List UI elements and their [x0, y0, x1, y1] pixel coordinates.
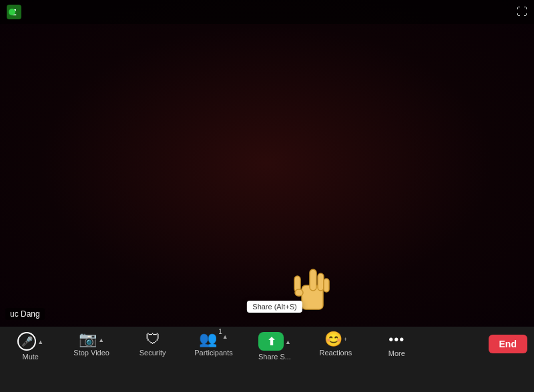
- share-screen-group: Share (Alt+S) ⬆ ▲ Share S...: [244, 332, 305, 361]
- participant-name-badge: uc Dang: [5, 308, 45, 320]
- mute-label: Mute: [22, 353, 38, 361]
- video-area: Z ⛶ uc Dang: [0, 0, 534, 327]
- reactions-icon: 😊: [324, 332, 342, 347]
- reactions-group: 😊 + Reactions: [305, 332, 366, 357]
- participants-group: 👥 1 ▲ Participants: [183, 332, 244, 357]
- stop-video-group: 📷 ▲ Stop Video: [61, 332, 121, 357]
- security-label: Security: [140, 349, 166, 357]
- more-button-row[interactable]: •••: [388, 332, 405, 347]
- participants-button-row[interactable]: 👥 1 ▲: [199, 332, 228, 347]
- svg-rect-4: [318, 273, 324, 291]
- share-screen-button-row[interactable]: ⬆ ▲: [258, 332, 291, 351]
- stop-video-chevron[interactable]: ▲: [98, 337, 104, 343]
- security-group: 🛡 Security: [122, 332, 183, 357]
- end-button[interactable]: End: [489, 335, 527, 353]
- share-tooltip: Share (Alt+S): [247, 301, 302, 313]
- reactions-button-row[interactable]: 😊 +: [324, 332, 347, 347]
- zoom-status-dot: [9, 9, 15, 15]
- top-bar: Z ⛶: [0, 0, 534, 24]
- reactions-label: Reactions: [319, 349, 352, 357]
- participants-icon: 👥: [199, 332, 217, 347]
- svg-rect-2: [302, 285, 323, 309]
- more-icon: •••: [388, 332, 405, 347]
- share-screen-label: Share S...: [258, 353, 291, 361]
- more-group: ••• More: [366, 332, 427, 357]
- stop-video-button-row[interactable]: 📷 ▲: [79, 332, 104, 347]
- share-screen-chevron[interactable]: ▲: [285, 339, 291, 345]
- more-label: More: [388, 349, 405, 357]
- mute-button-row[interactable]: 🎤 ▲: [17, 332, 43, 351]
- participants-chevron[interactable]: ▲: [222, 333, 228, 340]
- security-icon: 🛡: [146, 332, 160, 347]
- zoom-logo: Z: [7, 5, 21, 19]
- participants-label: Participants: [194, 349, 232, 357]
- security-button-row[interactable]: 🛡: [146, 332, 160, 347]
- svg-rect-6: [324, 279, 329, 292]
- mute-chevron[interactable]: ▲: [37, 339, 43, 345]
- toolbar: 🎤 ▲ Mute 📷 ▲ Stop Video 🛡 Security 👥 1 ▲…: [0, 327, 534, 392]
- expand-icon[interactable]: ⛶: [517, 6, 527, 18]
- share-screen-icon: ⬆: [258, 332, 284, 351]
- mute-icon: 🎤: [17, 332, 36, 351]
- svg-rect-3: [310, 269, 316, 291]
- stop-video-icon: 📷: [79, 332, 97, 347]
- stop-video-label: Stop Video: [73, 349, 109, 357]
- svg-rect-5: [294, 276, 300, 292]
- svg-rect-7: [295, 289, 303, 296]
- mute-group: 🎤 ▲ Mute: [0, 332, 61, 361]
